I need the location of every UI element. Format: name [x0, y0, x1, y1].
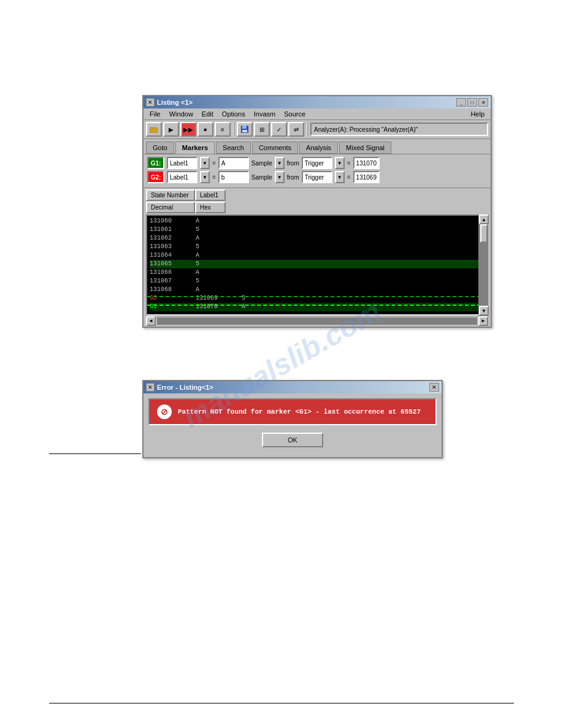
g1-button[interactable]: G1:	[147, 157, 164, 169]
table-row: 131068 A	[150, 286, 484, 294]
scroll-down-btn[interactable]: ▼	[479, 306, 489, 316]
svg-rect-1	[150, 127, 153, 129]
error-message: Pattern NOT found for marker <G1> - last…	[178, 408, 421, 415]
horizontal-scrollbar[interactable]: ◄ ►	[146, 316, 488, 325]
label-val: A	[196, 286, 199, 294]
scroll-track-h	[157, 317, 477, 325]
vertical-scrollbar[interactable]: ▲ ▼	[478, 214, 488, 316]
markers-panel: G1: Label1 ▼ = A Sample ▼ from Trigger ▼…	[144, 154, 491, 188]
state-num: 131066	[150, 268, 183, 277]
g1-trigger-dropdown[interactable]: ▼	[335, 157, 345, 169]
label-val: A	[196, 234, 199, 243]
scroll-right-btn[interactable]: ►	[478, 316, 488, 326]
state-num: 131067	[150, 277, 183, 286]
scroll-thumb[interactable]	[480, 224, 488, 243]
menu-invasm[interactable]: Invasm	[250, 110, 279, 118]
menu-file[interactable]: File	[146, 110, 164, 118]
toolbar-forward-btn[interactable]: ▶▶	[180, 122, 196, 137]
toolbar-list-btn[interactable]: ≡	[215, 122, 231, 137]
g2-button[interactable]: G2:	[147, 171, 164, 183]
g1-from-label: from	[287, 160, 299, 167]
toolbar-check-btn[interactable]: ✓	[271, 122, 287, 137]
g2-dropdown[interactable]: ▼	[200, 171, 210, 183]
tabs: Goto Markers Search Comments Analysis Mi…	[146, 142, 488, 154]
toolbar-stop-btn[interactable]: ■	[197, 122, 213, 137]
g1-dropdown[interactable]: ▼	[200, 157, 210, 169]
toolbar-connect-btn[interactable]: ⇌	[288, 122, 304, 137]
g2-trigger-dropdown[interactable]: ▼	[335, 171, 345, 183]
g1-field[interactable]: Label1	[167, 157, 197, 169]
table-row: 131066 A	[150, 268, 484, 277]
error-titlebar: ✕ Error - Listing<1> ✕	[144, 381, 442, 393]
label-val: A	[196, 217, 199, 226]
titlebar-controls[interactable]: _ □ ✕	[456, 98, 488, 107]
toolbar-sep2	[307, 123, 308, 136]
table-row: 131065 5	[150, 260, 484, 268]
tab-search[interactable]: Search	[216, 142, 251, 154]
state-num: 131061	[150, 226, 183, 234]
label-val: 5	[196, 260, 199, 268]
scroll-track	[479, 224, 488, 306]
table-row: 131067 5	[150, 277, 484, 286]
tab-goto[interactable]: Goto	[146, 142, 174, 154]
g2-sample-dropdown[interactable]: ▼	[275, 171, 285, 183]
error-message-area: ⊘ Pattern NOT found for marker <G1> - la…	[148, 398, 437, 425]
state-num: 131064	[150, 251, 183, 260]
toolbar-status: Analyzer(A): Processing "Analyzer(A)"	[310, 123, 488, 136]
menubar: File Window Edit Options Invasm Source H…	[144, 108, 491, 120]
data-grid-content: 131060 A 131061 5 131062 A 131063 5	[147, 216, 487, 313]
toolbar-grid-btn[interactable]: ⊞	[254, 122, 270, 137]
state-num: 131065	[150, 260, 183, 268]
svg-rect-3	[242, 126, 247, 129]
footnote-divider	[49, 453, 141, 454]
data-grid: 131060 A 131061 5 131062 A 131063 5	[146, 214, 488, 316]
error-body: ⊘ Pattern NOT found for marker <G1> - la…	[144, 393, 442, 457]
tab-comments[interactable]: Comments	[252, 142, 298, 154]
toolbar: ▶ ▶▶ ■ ≡ ⊞ ✓ ⇌ Analyzer(A): Processing "…	[144, 120, 491, 139]
g1-marker-line	[147, 305, 487, 306]
titlebar-left: ✕ Listing <1>	[146, 98, 193, 107]
marker-g1-row: G1: Label1 ▼ = A Sample ▼ from Trigger ▼…	[147, 157, 487, 169]
g2-trigger-field[interactable]: Trigger	[302, 171, 332, 183]
label-val: 5	[196, 226, 199, 234]
error-dialog: ✕ Error - Listing<1> ✕ ⊘ Pattern NOT fou…	[142, 380, 443, 458]
menu-window[interactable]: Window	[166, 110, 197, 118]
error-footer: OK	[148, 430, 437, 452]
menu-options[interactable]: Options	[218, 110, 249, 118]
menu-source[interactable]: Source	[280, 110, 309, 118]
scroll-left-btn[interactable]: ◄	[146, 316, 156, 326]
menu-help[interactable]: Help	[467, 110, 488, 118]
toolbar-play-btn[interactable]: ▶	[163, 122, 179, 137]
maximize-button[interactable]: □	[467, 98, 477, 107]
g1-sample-dropdown[interactable]: ▼	[275, 157, 285, 169]
table-row: 131063 5	[150, 243, 484, 251]
tab-markers[interactable]: Markers	[175, 142, 215, 154]
table-row: 131060 A	[150, 217, 484, 226]
g2-value[interactable]: b	[218, 171, 249, 183]
g1-trigger-field[interactable]: Trigger	[302, 157, 332, 169]
window-icon: ✕	[146, 98, 155, 107]
toolbar-save-btn[interactable]	[237, 122, 253, 137]
g1-number[interactable]: 131070	[353, 157, 380, 169]
toolbar-sep1	[233, 123, 234, 136]
state-num: 131060	[150, 217, 183, 226]
error-title: Error - Listing<1>	[157, 384, 213, 391]
toolbar-folder-btn[interactable]	[146, 122, 162, 137]
data-area: State Number Label1 Decimal Hex 131060 A…	[144, 188, 491, 327]
error-close-btn[interactable]: ✕	[429, 383, 439, 392]
footnote-area	[49, 453, 514, 457]
tab-analysis[interactable]: Analysis	[299, 142, 338, 154]
g2-number[interactable]: 131069	[353, 171, 380, 183]
g2-marker-line	[147, 296, 487, 297]
minimize-button[interactable]: _	[456, 98, 466, 107]
label-val: A	[196, 251, 199, 260]
menu-edit[interactable]: Edit	[198, 110, 217, 118]
close-button[interactable]: ✕	[478, 98, 488, 107]
error-icon: ⊘	[157, 404, 172, 419]
ok-button[interactable]: OK	[262, 433, 323, 447]
g2-field[interactable]: Label1	[167, 171, 197, 183]
g2-sample-label: Sample	[251, 174, 272, 181]
scroll-up-btn[interactable]: ▲	[479, 214, 489, 224]
tab-mixed-signal[interactable]: Mixed Signal	[339, 142, 391, 154]
g1-value[interactable]: A	[218, 157, 249, 169]
